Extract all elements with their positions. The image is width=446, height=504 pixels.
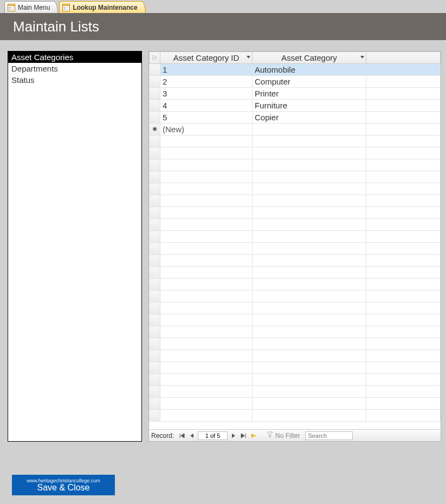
save-button-subtext: www.heritagechristiancollege.com — [27, 479, 100, 483]
table-new-row[interactable]: ✱(New) — [150, 124, 441, 135]
empty-row — [150, 195, 441, 207]
empty-row — [150, 135, 441, 147]
record-navigator: Record: No Filter — [149, 429, 441, 441]
sidebar-item-label: Asset Categories — [11, 53, 73, 62]
empty-row — [150, 350, 441, 362]
empty-row — [150, 171, 441, 183]
row-header[interactable] — [150, 100, 160, 112]
tab-label: Lookup Maintenance — [73, 4, 137, 11]
sidebar-item-asset-categories[interactable]: Asset Categories — [8, 51, 141, 63]
cell-empty[interactable] — [366, 124, 441, 135]
column-header-asset-category[interactable]: Asset Category — [253, 52, 366, 64]
svg-rect-3 — [9, 9, 11, 10]
sidebar-item-departments[interactable]: Departments — [8, 63, 141, 74]
cell-category[interactable]: Furniture — [253, 100, 366, 112]
cell-id[interactable]: 5 — [160, 112, 253, 124]
empty-row — [150, 362, 441, 374]
column-header-empty — [366, 52, 441, 64]
empty-row — [150, 255, 441, 267]
sidebar-item-label: Departments — [11, 64, 58, 73]
column-dropdown-icon[interactable] — [359, 55, 365, 61]
empty-row — [150, 243, 441, 255]
new-row-icon: ✱ — [150, 124, 160, 135]
cell-id[interactable]: 2 — [160, 76, 253, 88]
record-position-input[interactable] — [198, 431, 228, 440]
form-icon — [62, 3, 70, 12]
row-header[interactable] — [150, 64, 160, 76]
column-dropdown-icon[interactable] — [245, 55, 251, 61]
cell-category[interactable]: Copier — [253, 112, 366, 124]
search-input[interactable] — [305, 431, 353, 440]
datasheet: Asset Category ID Asset Category 1Automo… — [148, 51, 441, 442]
cell-category[interactable] — [253, 124, 366, 135]
svg-rect-1 — [8, 4, 15, 5]
tab-bar: Main Menu Lookup Maintenance — [0, 0, 446, 13]
svg-rect-5 — [11, 9, 14, 10]
table-row[interactable]: 2Computer — [150, 76, 441, 88]
column-label: Asset Category ID — [173, 53, 240, 62]
svg-rect-10 — [66, 7, 69, 8]
cell-id[interactable]: (New) — [160, 124, 253, 135]
funnel-icon — [267, 431, 275, 440]
column-label: Asset Category — [281, 53, 337, 62]
cell-empty[interactable] — [366, 100, 441, 112]
table-row[interactable]: 4Furniture — [150, 100, 441, 112]
row-header[interactable] — [150, 112, 160, 124]
cell-id[interactable]: 4 — [160, 100, 253, 112]
page-title: Maintain Lists — [13, 18, 99, 35]
empty-row — [150, 219, 441, 231]
cell-id[interactable]: 1 — [160, 64, 253, 76]
sidebar-item-label: Status — [11, 75, 35, 85]
select-all-header[interactable] — [150, 52, 160, 64]
empty-row — [150, 183, 441, 195]
empty-row — [150, 398, 441, 410]
save-button-label: Save & Close — [37, 483, 90, 492]
cell-empty[interactable] — [366, 64, 441, 76]
row-header[interactable] — [150, 76, 160, 88]
nav-last-button[interactable] — [238, 431, 248, 441]
empty-row — [150, 326, 441, 338]
empty-row — [150, 267, 441, 279]
empty-row — [150, 147, 441, 159]
cell-id[interactable]: 3 — [160, 88, 253, 100]
empty-row — [150, 207, 441, 219]
empty-row — [150, 279, 441, 290]
empty-row — [150, 302, 441, 314]
svg-rect-7 — [63, 4, 70, 5]
nav-next-button[interactable] — [229, 431, 238, 441]
record-label: Record: — [149, 432, 177, 440]
nav-prev-button[interactable] — [187, 431, 197, 441]
tab-main-menu[interactable]: Main Menu — [4, 1, 58, 13]
cell-category[interactable]: Automobile — [253, 64, 366, 76]
row-header[interactable] — [150, 88, 160, 100]
empty-row — [150, 374, 441, 386]
column-header-asset-category-id[interactable]: Asset Category ID — [160, 52, 253, 64]
svg-rect-4 — [11, 7, 14, 8]
svg-rect-2 — [9, 7, 11, 8]
table-row[interactable]: 3Printer — [150, 88, 441, 100]
table-row[interactable]: 1Automobile — [150, 64, 441, 76]
nav-new-button[interactable] — [248, 431, 258, 441]
datasheet-table: Asset Category ID Asset Category 1Automo… — [149, 51, 441, 422]
empty-row — [150, 338, 441, 350]
empty-row — [150, 410, 441, 422]
cell-empty[interactable] — [366, 112, 441, 124]
page-banner: Maintain Lists — [0, 13, 446, 40]
tab-lookup-maintenance[interactable]: Lookup Maintenance — [59, 1, 145, 13]
empty-row — [150, 314, 441, 326]
filter-label: No Filter — [275, 432, 300, 440]
svg-rect-9 — [63, 9, 66, 10]
cell-empty[interactable] — [366, 76, 441, 88]
save-and-close-button[interactable]: www.heritagechristiancollege.com Save & … — [12, 475, 115, 495]
cell-category[interactable]: Computer — [253, 76, 366, 88]
table-row[interactable]: 5Copier — [150, 112, 441, 124]
content-area: Asset Categories Departments Status — [0, 40, 446, 442]
empty-row — [150, 386, 441, 398]
cell-empty[interactable] — [366, 88, 441, 100]
filter-indicator[interactable]: No Filter — [267, 431, 300, 440]
nav-first-button[interactable] — [177, 431, 187, 441]
svg-rect-8 — [63, 7, 66, 8]
sidebar-item-status[interactable]: Status — [8, 74, 141, 86]
cell-category[interactable]: Printer — [253, 88, 366, 100]
empty-row — [150, 231, 441, 243]
